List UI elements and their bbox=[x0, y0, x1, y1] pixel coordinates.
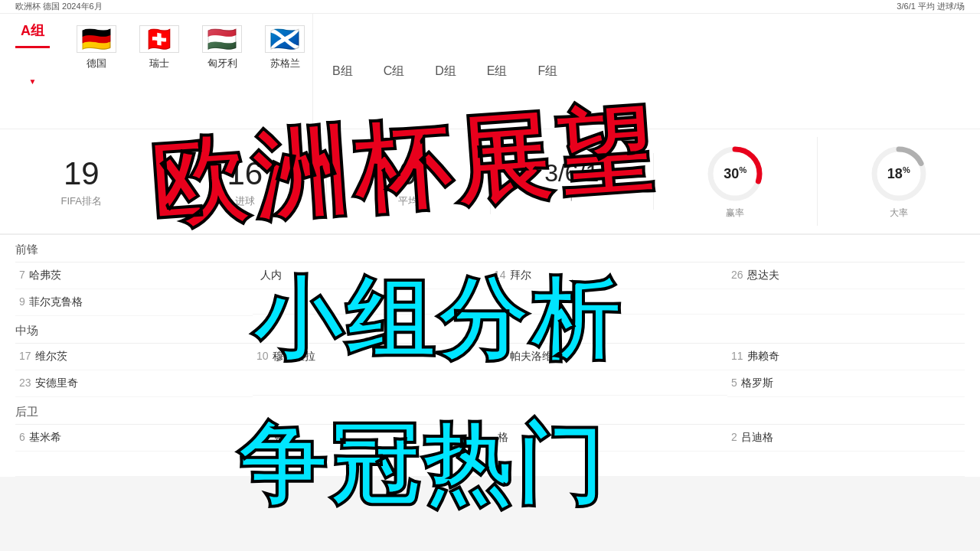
stat-record: 3/6/1 平 bbox=[491, 153, 655, 210]
def-col-3: 格 bbox=[490, 425, 727, 477]
win-rate-label: 赢率 bbox=[726, 207, 744, 220]
tab-group-c[interactable]: C组 bbox=[380, 56, 409, 87]
player-rudiger: 2吕迪格 bbox=[727, 425, 965, 452]
team-germany[interactable]: 🇩🇪 德国 bbox=[77, 25, 116, 70]
player-mid-col2-2 bbox=[253, 370, 490, 396]
player-def-col4-2 bbox=[727, 452, 965, 477]
main-card: A组 ▼ 🇩🇪 德国 🇨🇭 瑞士 🇭🇺 匈牙利 bbox=[0, 14, 980, 235]
stat-fifa-rank: 19 FIFA排名 bbox=[0, 149, 164, 214]
stat-matches-label: 平均 bbox=[327, 194, 490, 208]
mid-col-3: 25帕夫洛维奇 bbox=[490, 344, 727, 397]
flag-switzerland: 🇨🇭 bbox=[139, 25, 179, 53]
team-hungary[interactable]: 🇭🇺 匈牙利 bbox=[202, 25, 242, 70]
stats-row: 19 FIFA排名 16 进球 9 平均 3/6/1 平 bbox=[0, 129, 980, 234]
tab-group-f[interactable]: F组 bbox=[534, 56, 561, 87]
top-bar-right: 3/6/1 平均 进球/场 bbox=[897, 1, 965, 12]
tab-group-d[interactable]: D组 bbox=[431, 56, 460, 87]
player-col3-2 bbox=[490, 289, 727, 315]
stat-record-number: 3/6/1 bbox=[491, 159, 654, 187]
player-havertz: 7哈弗茨 bbox=[15, 262, 253, 289]
forward-header: 前锋 bbox=[15, 235, 965, 262]
player-col2-2 bbox=[253, 289, 490, 315]
defender-header: 后卫 bbox=[15, 397, 965, 425]
player-kimmich: 6基米希 bbox=[15, 425, 253, 452]
player-musiala: 10穆西亚拉 bbox=[253, 344, 490, 370]
draw-rate-label: 大率 bbox=[890, 207, 908, 220]
player-pavlovic: 25帕夫洛维奇 bbox=[490, 344, 727, 370]
stat-goals-label: 进球 bbox=[164, 194, 327, 208]
stat-matches-number: 9 bbox=[327, 155, 490, 192]
player-andrich: 23安德里奇 bbox=[15, 370, 253, 397]
other-group-tabs: B组 C组 D组 E组 F组 bbox=[313, 14, 577, 129]
tab-group-b[interactable]: B组 bbox=[328, 56, 357, 87]
forward-col-1: 7哈弗茨 9菲尔克鲁格 bbox=[15, 262, 253, 316]
player-freirich: 11弗赖奇 bbox=[727, 344, 965, 370]
player-mid-col3-2 bbox=[490, 370, 727, 396]
team-switzerland[interactable]: 🇨🇭 瑞士 bbox=[139, 25, 179, 70]
flag-germany: 🇩🇪 bbox=[77, 25, 116, 53]
stat-goals: 16 进球 bbox=[164, 149, 328, 214]
midfielders-grid: 17维尔茨 23安德里奇 10穆西亚拉 25帕夫洛维奇 11弗赖奇 5格罗斯 bbox=[15, 344, 965, 397]
mid-col-2: 10穆西亚拉 bbox=[253, 344, 490, 397]
player-gross: 5格罗斯 bbox=[727, 370, 965, 397]
group-a-arrow: ▼ bbox=[29, 77, 37, 86]
forward-col-2: 人内 bbox=[253, 262, 490, 316]
player-undav: 26恩达夫 bbox=[727, 262, 965, 289]
team-germany-name: 德国 bbox=[87, 57, 106, 70]
draw-rate-number: 18% bbox=[887, 165, 910, 182]
mid-col-1: 17维尔茨 23安德里奇 bbox=[15, 344, 253, 397]
team-scotland-name: 苏格兰 bbox=[270, 57, 300, 70]
def-col-4: 2吕迪格 bbox=[727, 425, 965, 477]
flag-hungary: 🇭🇺 bbox=[202, 25, 242, 53]
group-tabs-row: A组 ▼ 🇩🇪 德国 🇨🇭 瑞士 🇭🇺 匈牙利 bbox=[0, 14, 980, 129]
stat-fifa-rank-label: FIFA排名 bbox=[0, 194, 163, 208]
forward-col-4: 26恩达夫 bbox=[727, 262, 965, 316]
group-a-label[interactable]: A组 bbox=[21, 21, 44, 40]
flag-scotland: 🏴󠁧󠁢󠁳󠁣󠁴󠁿 bbox=[265, 25, 305, 53]
player-def-col3-1: 格 bbox=[490, 425, 727, 452]
stat-win-rate: 30% 赢率 bbox=[654, 137, 818, 226]
player-col2-1: 人内 bbox=[253, 262, 490, 289]
defenders-grid: 6基米希 15克 格 2吕迪格 bbox=[15, 425, 965, 477]
player-bayer: 14拜尔 bbox=[490, 262, 727, 289]
forwards-grid: 7哈弗茨 9菲尔克鲁格 人内 14拜尔 26恩达夫 bbox=[15, 262, 965, 316]
tab-group-a[interactable]: A组 ▼ bbox=[15, 14, 61, 129]
player-col4-2 bbox=[727, 289, 965, 315]
top-bar-left: 欧洲杯 德国 2024年6月 bbox=[15, 1, 103, 12]
player-wirtz: 17维尔茨 bbox=[15, 344, 253, 370]
player-fullkrug: 9菲尔克鲁格 bbox=[15, 289, 253, 316]
stat-record-label: 平 bbox=[491, 190, 654, 204]
forward-col-3: 14拜尔 bbox=[490, 262, 727, 316]
team-flags-container: 🇩🇪 德国 🇨🇭 瑞士 🇭🇺 匈牙利 🏴󠁧󠁢󠁳󠁣󠁴󠁿 苏格兰 bbox=[61, 14, 313, 129]
player-def-col3-2 bbox=[490, 452, 727, 477]
def-col-1: 6基米希 bbox=[15, 425, 253, 477]
team-hungary-name: 匈牙利 bbox=[207, 57, 237, 70]
defender-section: 后卫 6基米希 15克 格 2吕迪格 bbox=[15, 397, 965, 477]
win-rate-number: 30% bbox=[724, 165, 746, 182]
stat-matches: 9 平均 bbox=[327, 149, 491, 214]
midfielder-header: 中场 bbox=[15, 316, 965, 344]
def-col-2: 15克 bbox=[253, 425, 490, 477]
midfielder-section: 中场 17维尔茨 23安德里奇 10穆西亚拉 25帕夫洛维奇 11弗赖奇 5格罗… bbox=[15, 316, 965, 397]
player-def-col1-2 bbox=[15, 452, 253, 477]
top-bar: 欧洲杯 德国 2024年6月 3/6/1 平均 进球/场 bbox=[0, 0, 980, 14]
player-def-col2-1: 15克 bbox=[253, 425, 490, 452]
tab-group-e[interactable]: E组 bbox=[483, 56, 511, 87]
stat-fifa-rank-number: 19 bbox=[0, 155, 163, 192]
team-scotland[interactable]: 🏴󠁧󠁢󠁳󠁣󠁴󠁿 苏格兰 bbox=[265, 25, 305, 70]
team-switzerland-name: 瑞士 bbox=[149, 57, 169, 70]
player-sections: 前锋 7哈弗茨 9菲尔克鲁格 人内 14拜尔 26恩达夫 bbox=[0, 235, 980, 477]
forward-section: 前锋 7哈弗茨 9菲尔克鲁格 人内 14拜尔 26恩达夫 bbox=[15, 235, 965, 316]
mid-col-4: 11弗赖奇 5格罗斯 bbox=[727, 344, 965, 397]
player-def-col2-2 bbox=[253, 452, 490, 477]
stat-draw-rate: 18% 大率 bbox=[818, 137, 981, 226]
stat-goals-number: 16 bbox=[164, 155, 327, 192]
